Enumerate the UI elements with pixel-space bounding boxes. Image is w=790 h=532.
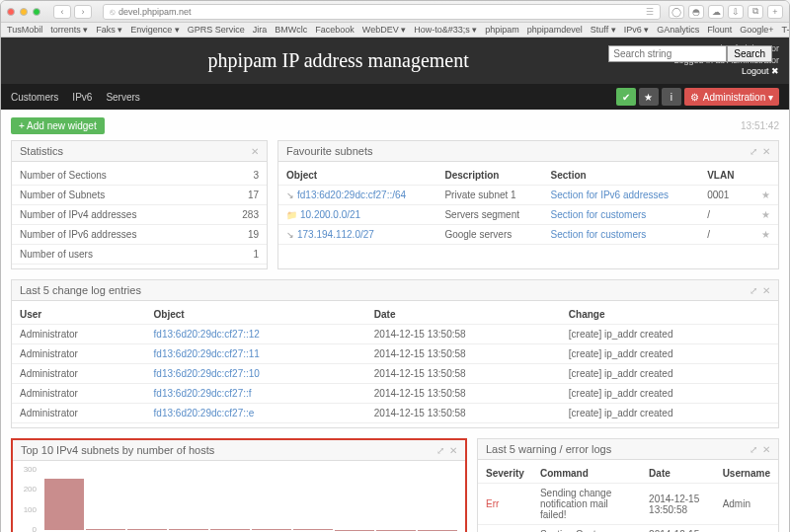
table-row: Administratorfd13:6d20:29dc:cf27::e2014-… (12, 404, 778, 423)
table-row: ErrSending change notification mail fail… (478, 484, 778, 525)
logout-link[interactable]: Logout ✖ (742, 66, 779, 76)
table-row: Administratorfd13:6d20:29dc:cf27::f2014-… (12, 384, 778, 404)
bookmark-item[interactable]: Facebook (315, 25, 355, 35)
server-time: 13:51:42 (741, 120, 779, 131)
reader-icon[interactable]: ☰ (646, 7, 654, 17)
favourite-subnets-title: Favourite subnets (286, 145, 372, 157)
info-button[interactable]: i (662, 88, 681, 106)
chart-bar[interactable] (86, 529, 125, 530)
table-row: Administratorfd13:6d20:29dc:cf27::102014… (12, 364, 778, 384)
close-window-icon[interactable] (7, 8, 15, 16)
star-icon[interactable]: ★ (750, 186, 778, 205)
subnet-link[interactable]: 173.194.112.0/27 (278, 225, 436, 245)
popout-icon[interactable]: ⤢ (750, 285, 757, 296)
ext-icon-2[interactable]: ◓ (688, 5, 704, 19)
url-text: devel.phpipam.net (118, 7, 192, 17)
add-widget-button[interactable]: + Add new widget (11, 117, 105, 134)
bookmark-item[interactable]: How-to&#33;s ▾ (414, 25, 477, 35)
changelog-table: UserObjectDateChangeAdministratorfd13:6d… (12, 305, 778, 423)
maximize-window-icon[interactable] (33, 8, 40, 16)
table-row[interactable]: fd13:6d20:29dc:cf27::/64Private subnet 1… (278, 186, 778, 205)
chart-bar[interactable] (210, 529, 250, 530)
popout-icon[interactable]: ⤢ (750, 146, 757, 157)
favorites-button[interactable]: ★ (639, 88, 659, 106)
statistics-widget: Statistics ✕ Number of Sections3Number o… (11, 140, 268, 269)
changelog-title: Last 5 change log entries (20, 284, 141, 296)
bookmark-item[interactable]: TusMobil (7, 25, 42, 35)
search-input[interactable] (608, 45, 727, 62)
bookmark-item[interactable]: Faks ▾ (96, 25, 122, 35)
ok-button[interactable]: ✔ (616, 88, 636, 106)
bookmark-item[interactable]: BMWclc (275, 25, 307, 35)
top10-subnets-widget: Top 10 IPv4 subnets by number of hosts ⤢… (11, 438, 467, 532)
app-header: phpipam IP address management Search Hi,… (1, 38, 789, 84)
bookmarks-bar: TusMobiltorrents ▾Faks ▾Envigence ▾GPRS … (1, 23, 789, 38)
plus-icon[interactable]: + (767, 5, 783, 19)
download-icon[interactable]: ⇩ (728, 5, 744, 19)
chart-bar[interactable] (293, 529, 333, 530)
object-link[interactable]: fd13:6d20:29dc:cf27::e (146, 404, 366, 423)
address-bar[interactable]: ⎋ devel.phpipam.net ☰ (103, 4, 661, 20)
popout-icon[interactable]: ⤢ (436, 445, 444, 456)
nav-customers[interactable]: Customers (11, 92, 58, 103)
bookmark-item[interactable]: Jira (253, 25, 268, 35)
statistics-title: Statistics (20, 145, 63, 157)
chart-bar[interactable] (252, 529, 291, 530)
browser-toolbar: ‹ › ⎋ devel.phpipam.net ☰ ◯ ◓ ☁ ⇩ ⧉ + (1, 1, 789, 23)
bookmark-item[interactable]: Google+ (740, 25, 773, 35)
bookmark-item[interactable]: IPv6 ▾ (624, 25, 650, 35)
popout-icon[interactable]: ⤢ (750, 444, 757, 455)
bookmark-item[interactable]: Stuff ▾ (591, 25, 616, 35)
star-icon[interactable]: ★ (750, 225, 778, 245)
error-log-title: Last 5 warning / error logs (486, 443, 611, 455)
chart-bar[interactable] (127, 529, 167, 530)
administration-dropdown[interactable]: ⚙Administration ▾ (684, 88, 779, 106)
share-icon[interactable]: ☁ (708, 5, 724, 19)
table-row: Number of IPv4 addresses283 (12, 205, 267, 225)
bookmark-item[interactable]: Flount (707, 25, 732, 35)
minimize-window-icon[interactable] (20, 8, 28, 16)
table-row: Number of users1 (12, 245, 267, 265)
table-row[interactable]: 173.194.112.0/27Google serversSection fo… (278, 225, 778, 245)
tabs-icon[interactable]: ⧉ (748, 5, 763, 19)
gear-icon: ⚙ (690, 92, 699, 103)
bookmark-item[interactable]: WebDEV ▾ (362, 25, 406, 35)
star-icon[interactable]: ★ (750, 205, 778, 225)
close-icon[interactable]: ✕ (251, 146, 259, 157)
table-row[interactable]: 10.200.0.0/21Servers segmentSection for … (278, 205, 778, 225)
object-link[interactable]: fd13:6d20:29dc:cf27::10 (146, 364, 366, 384)
subnet-link[interactable]: 10.200.0.0/21 (278, 205, 436, 225)
back-button[interactable]: ‹ (53, 5, 71, 19)
object-link[interactable]: fd13:6d20:29dc:cf27::11 (146, 344, 366, 364)
bookmark-item[interactable]: phpipam (485, 25, 519, 35)
nav-ipv6[interactable]: IPv6 (72, 92, 92, 103)
table-row: Administratorfd13:6d20:29dc:cf27::122014… (12, 325, 778, 344)
bookmark-item[interactable]: torrents ▾ (50, 25, 88, 35)
close-icon[interactable]: ✕ (762, 285, 770, 296)
chart-bar[interactable] (169, 529, 208, 530)
section-link[interactable]: Section for customers (543, 205, 700, 225)
nav-servers[interactable]: Servers (106, 92, 139, 103)
table-row: Number of Subnets17 (12, 186, 267, 205)
subnet-link[interactable]: fd13:6d20:29dc:cf27::/64 (278, 186, 436, 205)
chart-bar[interactable] (44, 479, 84, 530)
close-icon[interactable]: ✕ (762, 146, 770, 157)
ext-icon-1[interactable]: ◯ (669, 5, 684, 19)
object-link[interactable]: fd13:6d20:29dc:cf27::f (146, 384, 366, 404)
search-button[interactable]: Search (727, 45, 772, 62)
favourite-subnets-widget: Favourite subnets ⤢✕ ObjectDescriptionSe… (277, 140, 779, 269)
table-row: Number of Sections3 (12, 166, 267, 186)
bookmark-item[interactable]: Envigence ▾ (130, 25, 180, 35)
forward-button[interactable]: › (74, 5, 92, 19)
bookmark-item[interactable]: T-2 tv2go (781, 25, 789, 35)
section-link[interactable]: Section for customers (543, 225, 700, 245)
statistics-table: Number of Sections3Number of Subnets17Nu… (12, 166, 267, 265)
bookmark-item[interactable]: GAnalytics (657, 25, 699, 35)
close-icon[interactable]: ✕ (449, 445, 457, 456)
bookmark-item[interactable]: GPRS Service (188, 25, 245, 35)
close-icon[interactable]: ✕ (762, 444, 770, 455)
object-link[interactable]: fd13:6d20:29dc:cf27::12 (146, 325, 366, 344)
section-link[interactable]: Section for IPv6 addresses (543, 186, 700, 205)
top10-title: Top 10 IPv4 subnets by number of hosts (21, 444, 214, 456)
bookmark-item[interactable]: phpipamdevel (527, 25, 583, 35)
